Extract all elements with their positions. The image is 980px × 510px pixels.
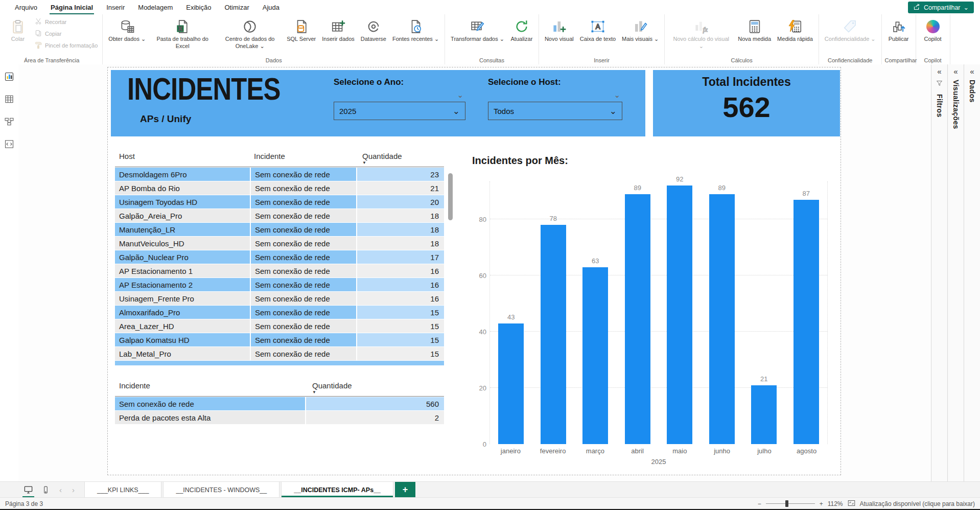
table-row[interactable]: Galpao Komatsu HDSem conexão de rede15 <box>115 333 444 346</box>
model-view-icon[interactable] <box>4 117 14 129</box>
menu-item-ajuda[interactable]: Ajuda <box>256 1 286 14</box>
quantity-cell: 2 <box>305 411 444 424</box>
menu-item-exibicao[interactable]: Exibição <box>179 1 218 14</box>
host-incident-table: HostIncidenteQuantidade▼Desmoldagem 6Pro… <box>115 151 444 365</box>
menu-item-arquivo[interactable]: Arquivo <box>8 1 44 14</box>
column-header-host[interactable]: Host <box>115 152 250 165</box>
table-row[interactable]: AP Estacionamento 1Sem conexão de rede16 <box>115 264 444 277</box>
table-row[interactable]: AP Bomba do RioSem conexão de rede21 <box>115 181 444 195</box>
bar-julho[interactable] <box>751 385 777 445</box>
panel-visualizacoes[interactable]: «Visualizações <box>947 64 964 481</box>
column-header-quantidade[interactable]: Quantidade▼ <box>361 152 444 165</box>
scrollbar-thumb[interactable] <box>448 173 453 220</box>
report-header-band: INCIDENTES APs / Unify Selecione o Ano: … <box>111 70 645 136</box>
ribbon-button-mais-visuais[interactable]: Mais visuais ⌄ <box>619 16 662 44</box>
incident-cell: Sem conexão de rede <box>250 264 356 277</box>
host-slicer-dropdown[interactable]: Todos ⌄ <box>488 102 622 120</box>
ribbon-button-transformar-dados[interactable]: Transformar dados ⌄ <box>448 16 507 44</box>
expand-panel-icon[interactable]: « <box>937 67 941 75</box>
ribbon-button-copilot[interactable]: Copilot <box>919 16 947 44</box>
dataverse-icon <box>366 17 381 36</box>
bar-maio[interactable] <box>667 186 692 444</box>
ribbon-button-pasta-de-trabalho-do-excel[interactable]: XPasta de trabalho do Excel <box>149 16 216 52</box>
table-row[interactable]: Desmoldagem 6ProSem conexão de rede23 <box>115 168 444 181</box>
expand-panel-icon[interactable]: « <box>970 67 974 75</box>
host-slicer-label: Selecione o Host: <box>488 77 622 87</box>
ribbon-button-publicar[interactable]: Publicar <box>884 16 913 44</box>
quantity-cell: 21 <box>356 181 444 195</box>
update-available-link[interactable]: Atualização disponível (clique para baix… <box>860 500 975 507</box>
clipboard-small-buttons: RecortarCopiarPincel de formatação <box>32 16 100 51</box>
ribbon-group-calculos: fxNovo cálculo do visual ⌄Nova medidaMed… <box>665 14 819 64</box>
zoom-in-button[interactable]: + <box>820 500 823 507</box>
menu-item-inserir[interactable]: Inserir <box>100 1 131 14</box>
panel-dados[interactable]: «Dados <box>964 64 980 481</box>
panel-filtros[interactable]: «Filtros <box>931 64 947 481</box>
bar-junho[interactable] <box>709 194 735 445</box>
ribbon-button-sql-server[interactable]: SQL Server <box>284 16 319 44</box>
menu-item-otimizar[interactable]: Otimizar <box>218 1 255 14</box>
report-view-icon[interactable] <box>4 72 14 84</box>
mobile-layout-icon[interactable] <box>41 485 50 494</box>
page-tab-incidentes-windows[interactable]: __INCIDENTES - WINDOWS__ <box>163 482 279 498</box>
dax-query-view-icon[interactable] <box>4 139 14 151</box>
next-page-arrow-icon: › <box>71 485 76 494</box>
column-header-incidente[interactable]: Incidente <box>115 381 311 395</box>
quantity-cell: 18 <box>356 223 444 236</box>
ribbon-button-fontes-recentes[interactable]: Fontes recentes ⌄ <box>389 16 442 44</box>
ribbon-button-inserir-dados[interactable]: Inserir dados <box>319 16 358 44</box>
table-row[interactable]: Area_Lazer_HDSem conexão de rede15 <box>115 319 444 333</box>
table-scrollbar[interactable] <box>448 173 453 365</box>
ribbon-button-caixa-de-texto[interactable]: ACaixa de texto <box>577 16 619 44</box>
desktop-layout-icon[interactable] <box>24 485 33 495</box>
bar-marco[interactable] <box>582 267 608 445</box>
fit-to-page-icon[interactable] <box>848 500 855 508</box>
ribbon-button-nova-medida[interactable]: Nova medida <box>735 16 774 44</box>
table-row[interactable]: Perda de pacotes esta Alta2 <box>115 411 444 424</box>
new-page-button[interactable]: + <box>395 482 415 498</box>
table-row[interactable]: Galpão_Areia_ProSem conexão de rede18 <box>115 209 444 222</box>
column-header-incidente[interactable]: Incidente <box>250 152 361 165</box>
menu-item-modelagem[interactable]: Modelagem <box>131 1 179 14</box>
side-panels: «Filtros«Visualizações«Dados <box>931 64 980 481</box>
table-row[interactable]: Usinagem_Frente ProSem conexão de rede16 <box>115 292 444 305</box>
zoom-slider-thumb[interactable] <box>785 500 788 507</box>
column-header-quantidade[interactable]: Quantidade▼ <box>311 381 444 395</box>
table-row[interactable]: Galpão_Nuclear ProSem conexão de rede17 <box>115 250 444 264</box>
table-row[interactable]: Usinagem Toyodas HDSem conexão de rede20 <box>115 195 444 208</box>
bar-abril[interactable] <box>625 194 650 445</box>
data-view-icon[interactable] <box>4 94 14 106</box>
bar-agosto[interactable] <box>794 200 819 445</box>
expand-panel-icon[interactable]: « <box>953 67 958 75</box>
share-button[interactable]: Compartilhar ⌄ <box>908 2 974 13</box>
bar-janeiro[interactable] <box>498 323 524 445</box>
ribbon-button-novo-visual[interactable]: Novo visual <box>542 16 577 44</box>
column-header-label: Incidente <box>254 152 285 160</box>
ribbon-button-atualizar[interactable]: Atualizar <box>507 16 536 44</box>
ribbon-button-centro-de-dados-do-onelake[interactable]: Centro de dados do OneLake ⌄ <box>216 16 284 52</box>
page-tab-incidentes-icmp-aps[interactable]: __INCIDENTES ICMP- APs__ <box>281 482 393 498</box>
ribbon-button-label: Pincel de formatação <box>45 42 98 49</box>
year-slicer-dropdown[interactable]: 2025 ⌄ <box>334 102 465 120</box>
incident-cell: Sem conexão de rede <box>115 400 305 408</box>
page-status: Página 3 de 3 <box>5 500 43 507</box>
menu-item-pagina-inicial[interactable]: Página Inicial <box>44 1 100 14</box>
table-row[interactable]: ManutVeiculos_HDSem conexão de rede18 <box>115 237 444 250</box>
table-row[interactable]: Lab_Metal_ProSem conexão de rede15 <box>115 347 444 360</box>
chevron-down-icon[interactable]: ⌄ <box>614 90 620 100</box>
page-tab-kpi-links[interactable]: ___KPI LINKS___ <box>84 482 161 498</box>
host-cell: Area_Lazer_HD <box>115 322 250 331</box>
zoom-slider[interactable] <box>766 503 815 504</box>
visual-calc-icon: fx <box>693 17 709 36</box>
zoom-out-button[interactable]: − <box>758 500 761 507</box>
ribbon-button-medida-rapida[interactable]: Medida rápida <box>774 16 816 44</box>
table-row[interactable]: Sem conexão de rede560 <box>115 397 444 410</box>
ribbon-button-dataverse[interactable]: Dataverse <box>358 16 389 44</box>
table-row[interactable]: Manutenção_LRSem conexão de rede18 <box>115 223 444 236</box>
table-row[interactable]: AP Estacionamento 2Sem conexão de rede16 <box>115 278 444 291</box>
chevron-down-icon[interactable]: ⌄ <box>457 90 463 100</box>
bar-fevereiro[interactable] <box>541 225 566 444</box>
table-row[interactable]: Almoxarifado_ProSem conexão de rede15 <box>115 306 444 319</box>
quantity-cell: 17 <box>356 250 444 264</box>
ribbon-button-obter-dados[interactable]: Obter dados ⌄ <box>105 16 149 44</box>
